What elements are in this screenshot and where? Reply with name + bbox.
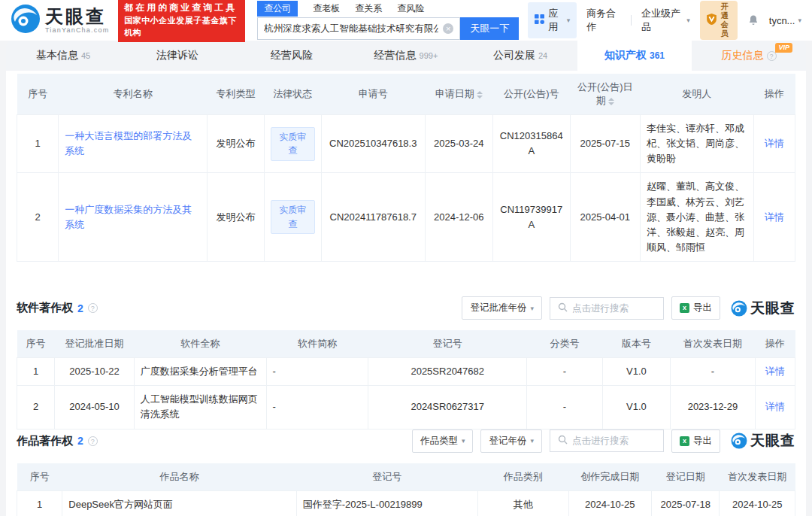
cell-version: V1.0 [602,358,670,386]
tianyancha-logo-icon [11,4,41,37]
works-toolbar: 作品类型 ▾ 登记年份 ▾ x 导出 [412,429,795,453]
cell-inventors: 赵曜、董凯、高文俊、李国威、林芳云、刘艺源、聂小涛、曲慧、张洋、张毅超、赵亮、周… [640,173,753,262]
column-header: 操作 [753,74,795,115]
promo-line2: 国家中小企业发展子基金旗下机构 [124,15,239,39]
search-input[interactable] [264,23,438,34]
column-header: 分类号 [527,330,602,358]
column-header: 作品类别 [477,463,568,491]
nav-enterprise[interactable]: 企业级产品 ▾ [641,7,690,34]
column-header: 公开(公告)号 [493,74,570,115]
tianyancha-watermark: 天眼查 [731,431,795,451]
column-header: 版本号 [602,330,670,358]
cell-action: 详情 [753,173,795,262]
cell-software-fullname: 广度数据采集分析管理平台 [134,358,266,386]
nav-cooperation[interactable]: 商务合作 [586,7,621,34]
section-title: 作品著作权 [17,434,73,448]
vip-shield-icon [705,13,718,28]
patent-name-link[interactable]: 一种广度数据采集的方法及其系统 [65,204,192,230]
export-button[interactable]: x 导出 [671,296,720,320]
table-search-input[interactable] [572,436,656,446]
cell-index: 1 [17,358,55,386]
column-header: 申请号 [321,74,425,115]
clear-search-icon[interactable]: × [443,23,453,34]
software-header-row: 序号 登记批准日期 软件全称 软件简称 登记号 分类号 版本号 首次发表日期 操… [17,330,795,358]
search-tabs: 查公司 查老板 查关系 查风险 [257,1,519,16]
cell-patent-type: 发明公布 [208,115,264,173]
cell-application-date: 2024-12-06 [425,173,492,262]
column-header: 登记批准日期 [55,330,135,358]
user-menu[interactable]: tycn... ▾ [769,15,801,26]
section-count: 2 [77,435,83,447]
column-header: 首次发表日期 [671,330,756,358]
sort-icon[interactable] [477,91,483,99]
tab-basic-info[interactable]: 基本信息 45 [6,41,120,71]
cell-registration-no: 国作登字-2025-L-00219899 [296,490,477,516]
chevron-down-icon: ▾ [462,437,465,445]
member-line2: 会员 [721,20,732,38]
work-type-filter-dropdown[interactable]: 作品类型 ▾ [412,429,474,453]
search-icon [558,434,568,448]
cell-version: V1.0 [602,386,670,429]
detail-link[interactable]: 详情 [765,366,785,377]
software-copyright-table: 序号 登记批准日期 软件全称 软件简称 登记号 分类号 版本号 首次发表日期 操… [17,330,795,429]
chevron-down-icon: ▾ [686,17,690,24]
cell-creation-date: 2024-10-25 [568,490,652,516]
brand-domain: TianYanCha.com [45,26,109,34]
tab-company-development[interactable]: 公司发展 24 [463,41,577,71]
tab-operation-info[interactable]: 经营信息 999+ [349,41,463,71]
chevron-down-icon: ▾ [567,17,571,24]
brand-name: 天眼查 [45,7,109,26]
search-tab-relation[interactable]: 查关系 [355,2,382,15]
watermark-text: 天眼查 [750,299,795,318]
detail-link[interactable]: 详情 [765,401,785,412]
patent-name-link[interactable]: 一种大语言模型的部署方法及系统 [65,130,192,156]
tab-history-info[interactable]: 历史信息 ? VIP [692,41,806,71]
search-button[interactable]: 天眼一下 [460,17,519,40]
open-membership-button[interactable]: 开通 会员 [700,1,738,40]
chevron-down-icon: ▾ [798,17,801,24]
cell-registration-date: 2025-07-18 [652,490,720,516]
detail-link[interactable]: 详情 [765,138,784,149]
table-row: 2 2024-05-10 人工智能模型训练数据网页清洗系统 - 2024SR06… [17,386,795,429]
export-button[interactable]: x 导出 [671,429,720,453]
search-tab-risk[interactable]: 查风险 [397,2,424,15]
chevron-down-icon: ▾ [530,305,534,312]
column-header: 序号 [17,330,55,358]
apps-grid-icon [535,14,544,26]
table-row: 1 一种大语言模型的部署方法及系统 发明公布 实质审查 CN2025103476… [17,115,795,173]
search-area: 查公司 查老板 查关系 查风险 × 天眼一下 [257,1,519,40]
tab-operation-risk[interactable]: 经营风险 [235,41,349,71]
tab-intellectual-property[interactable]: 知识产权 361 [577,41,692,71]
column-header: 操作 [755,330,795,358]
year-filter-dropdown[interactable]: 登记年份 ▾ [480,429,542,453]
search-tab-company[interactable]: 查公司 [257,1,298,17]
top-nav: 应用 ▾ 商务合作 企业级产品 ▾ 开通 会员 [528,1,801,40]
tianyancha-logo-icon [731,300,747,317]
tab-legal-litigation[interactable]: 法律诉讼 [120,41,235,71]
member-line1: 开通 [721,2,732,20]
cell-patent-name: 一种广度数据采集的方法及其系统 [59,173,208,262]
cell-registration-no: 2024SR0627317 [368,386,527,429]
cell-action: 详情 [755,358,795,386]
chevron-down-icon: ▾ [530,437,534,445]
table-search-input[interactable] [572,303,656,314]
sort-icon[interactable] [608,98,614,105]
tianyancha-logo[interactable]: 天眼查 TianYanCha.com [11,4,109,37]
cell-work-category: 其他 [477,490,568,516]
detail-link[interactable]: 详情 [765,211,784,223]
apps-menu[interactable]: 应用 ▾ [528,2,577,38]
search-tab-boss[interactable]: 查老板 [313,2,340,15]
nav-divider [631,15,632,26]
column-header: 软件全称 [134,330,266,358]
section-count: 2 [77,302,83,314]
cell-first-publish-date: 2023-12-29 [671,386,756,429]
cell-class-no: - [527,358,602,386]
username: tycn... [769,15,795,26]
excel-icon: x [680,436,689,446]
cell-inventors: 李佳实、谭亦轩、邓成杞、张文韬、周尚彦、黄盼盼 [640,115,753,173]
year-filter-dropdown[interactable]: 登记批准年份 ▾ [462,296,542,320]
status-badge: 实质审查 [271,200,315,234]
cell-index: 2 [17,386,55,429]
notifications-bell-icon[interactable] [747,14,759,26]
column-header: 作品名称 [62,463,297,491]
